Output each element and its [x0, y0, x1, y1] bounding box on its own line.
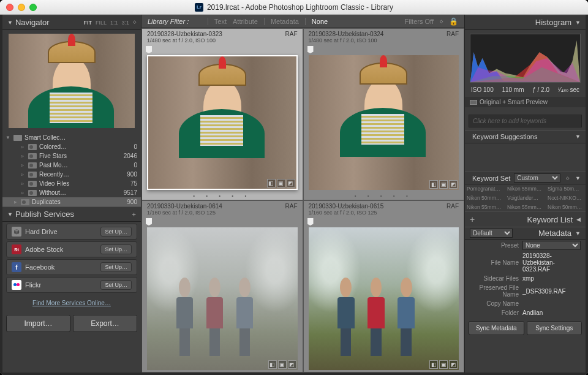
thumbnail-badge-icon[interactable]: ▣ [439, 180, 448, 189]
sync-settings-button[interactable]: Sync Settings [527, 321, 582, 335]
disclosure-triangle-icon[interactable]: ▼ [575, 20, 581, 26]
keyword-set-item[interactable]: Noct-NIKKO… [546, 194, 586, 202]
filter-metadata[interactable]: Metadata [271, 18, 299, 25]
keyword-set-item[interactable]: Sigma 50m… [546, 184, 586, 193]
collection-duplicates[interactable]: ▹ Duplicates 900 [2, 197, 141, 206]
thumbnail-image[interactable]: ◧ ▣ ◩ [147, 55, 298, 190]
thumbnail-badge-icon[interactable]: ▣ [278, 360, 287, 369]
nav-mode-3to1[interactable]: 3:1 [121, 20, 129, 26]
publish-service-fb[interactable]: fFacebook Set Up… [6, 259, 137, 275]
navigator-zoom-modes[interactable]: FIT FILL 1:1 3:1 ◇ [83, 20, 136, 26]
grid-cell[interactable]: 20190330-Uzbekistan-0614RAF 1/160 sec at… [141, 200, 303, 373]
chevron-right-icon[interactable]: ▹ [20, 172, 26, 177]
metadata-value[interactable]: 20190328-Uzbekistan-0323.RAF [522, 252, 581, 273]
thumbnail-badge-icon[interactable]: ◧ [429, 360, 438, 369]
thumbnail-badge-icon[interactable]: ◧ [429, 180, 438, 189]
histogram-chart[interactable] [470, 34, 581, 83]
export-button[interactable]: Export… [73, 315, 137, 332]
nav-mode-fill[interactable]: FILL [96, 20, 107, 26]
keyword-set-item[interactable]: Nikon 55mm… [505, 184, 545, 193]
keyword-set-select[interactable]: Custom [514, 173, 560, 183]
rating-dots[interactable]: • • • • • [304, 192, 464, 200]
flag-icon[interactable] [146, 218, 152, 225]
metadata-value[interactable]: Andiian [522, 309, 581, 316]
chevron-right-icon[interactable]: ▹ [20, 181, 26, 186]
thumbnail-image[interactable]: ◧ ▣ ◩ [309, 227, 459, 370]
setup-button[interactable]: Set Up… [100, 227, 132, 237]
thumbnail-image[interactable]: ◧ ▣ ◩ [309, 55, 459, 190]
grid-cell[interactable]: 20190328-Uzbekistan-0323RAF 1/480 sec at… [141, 28, 303, 200]
metadata-value[interactable]: _DSF3309.RAF [522, 288, 581, 295]
thumbnail-badge-icon[interactable]: ◩ [449, 360, 458, 369]
minimize-icon[interactable] [18, 4, 25, 11]
preset-select[interactable]: None [522, 241, 581, 250]
disclosure-triangle-icon[interactable]: ▼ [7, 20, 13, 26]
chevron-right-icon[interactable]: ▹ [20, 162, 26, 168]
chevron-right-icon[interactable]: ▹ [20, 190, 26, 195]
chevron-right-icon[interactable]: ▹ [20, 153, 26, 159]
flag-icon[interactable] [307, 218, 314, 225]
grid-cell[interactable]: 20190328-Uzbekistan-0324RAF 1/480 sec at… [303, 28, 465, 200]
disclosure-triangle-icon[interactable]: ◀ [576, 216, 581, 222]
publish-services-header[interactable]: ▼Publish Services + [2, 206, 141, 222]
collection-item[interactable]: ▹ Colored…0 [2, 142, 141, 151]
metadata-row[interactable]: Preserved File Name _DSF3309.RAF [465, 283, 586, 299]
filter-text[interactable]: Text [214, 18, 227, 25]
thumbnail-badge-icon[interactable]: ▣ [439, 360, 448, 369]
grid-cell[interactable]: 20190330-Uzbekistan-0615RAF 1/160 sec at… [303, 200, 465, 373]
filter-attribute[interactable]: Attribute [233, 18, 258, 25]
thumbnail-badge-icon[interactable]: ◧ [267, 179, 276, 188]
keyword-set-item[interactable]: Voigtlander… [505, 194, 545, 202]
keyword-set-header[interactable]: Keyword Set Custom ◇ ▼ [465, 172, 586, 184]
chevron-icon[interactable]: ◇ [133, 20, 136, 26]
flag-icon[interactable] [307, 46, 314, 53]
metadata-value[interactable]: xmp [522, 275, 581, 282]
find-more-services-link[interactable]: Find More Services Online… [2, 295, 141, 311]
collection-item[interactable]: ▹ Recently…900 [2, 170, 141, 179]
keyword-list-header[interactable]: + Keyword List ◀ [465, 211, 586, 227]
setup-button[interactable]: Set Up… [100, 280, 132, 290]
disclosure-triangle-icon[interactable]: ▼ [5, 135, 11, 140]
add-keyword-button[interactable]: + [470, 214, 475, 224]
chevron-icon[interactable]: ◇ [440, 19, 443, 24]
lock-icon[interactable]: 🔒 [449, 17, 458, 26]
keyword-set-item[interactable]: Nikon 55mm… [465, 203, 505, 211]
metadata-header[interactable]: Default Metadata ▼ [465, 227, 586, 240]
thumbnail-badge-icon[interactable]: ◧ [268, 360, 277, 369]
smart-collections-folder[interactable]: ▼ Smart Collec… [2, 133, 141, 142]
keyword-set-item[interactable]: Nikon 55mm… [505, 203, 545, 211]
metadata-preset[interactable]: Preset None [465, 240, 586, 251]
chevron-right-icon[interactable]: ▹ [20, 144, 26, 150]
publish-service-hd[interactable]: ⛁Hard Drive Set Up… [6, 224, 137, 240]
nav-mode-1to1[interactable]: 1:1 [110, 20, 118, 26]
thumbnail-badge-icon[interactable]: ◩ [287, 179, 295, 188]
keyword-suggestions-header[interactable]: Keyword Suggestions ▼ [465, 130, 586, 143]
flag-icon[interactable] [146, 46, 152, 53]
add-service-button[interactable]: + [132, 211, 136, 218]
collection-item[interactable]: ▹ Video Files75 [2, 179, 141, 188]
sync-metadata-button[interactable]: Sync Metadata [469, 321, 524, 335]
thumbnail-badge-icon[interactable]: ◩ [449, 180, 458, 189]
metadata-row[interactable]: Copy Name [465, 299, 586, 308]
navigator-header[interactable]: ▼Navigator FIT FILL 1:1 3:1 ◇ [2, 15, 141, 30]
metadata-row[interactable]: File Name 20190328-Uzbekistan-0323.RAF [465, 251, 586, 274]
disclosure-triangle-icon[interactable]: ▼ [575, 175, 581, 181]
metadata-row[interactable]: Sidecar Files xmp [465, 274, 586, 283]
disclosure-triangle-icon[interactable]: ▼ [7, 211, 13, 218]
keyword-set-item[interactable]: Nikon 50mm… [546, 203, 586, 211]
disclosure-triangle-icon[interactable]: ▼ [575, 230, 581, 237]
zoom-icon[interactable] [29, 4, 37, 11]
thumbnail-badge-icon[interactable]: ◩ [288, 360, 296, 369]
thumbnail-image[interactable]: ◧ ▣ ◩ [147, 227, 298, 370]
metadata-row[interactable]: Folder Andiian [465, 308, 586, 317]
chevron-right-icon[interactable]: ▹ [12, 199, 18, 205]
keywords-input[interactable]: Click here to add keywords [469, 115, 582, 127]
setup-button[interactable]: Set Up… [100, 262, 132, 272]
keyword-set-item[interactable]: Nikon 50mm… [465, 194, 505, 202]
thumbnail-badge-icon[interactable]: ▣ [277, 179, 285, 188]
keyword-set-item[interactable]: Pomegranat… [465, 184, 505, 193]
rating-dots[interactable]: • • • • • [142, 192, 303, 200]
close-icon[interactable] [6, 4, 13, 11]
collection-item[interactable]: ▹ Past Mo…0 [2, 161, 141, 170]
nav-mode-fit[interactable]: FIT [83, 20, 92, 26]
